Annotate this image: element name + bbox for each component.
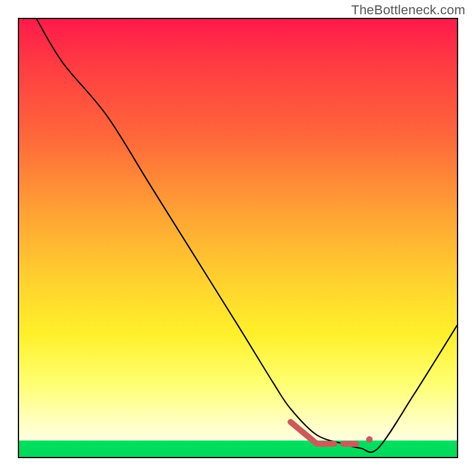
chart-frame: TheBottleneck.com [0,0,476,476]
bottleneck-curve [36,19,457,452]
chart-svg [19,19,457,457]
watermark-text: TheBottleneck.com [351,2,465,18]
plot-area [18,18,458,458]
highlight-dot [366,436,372,443]
